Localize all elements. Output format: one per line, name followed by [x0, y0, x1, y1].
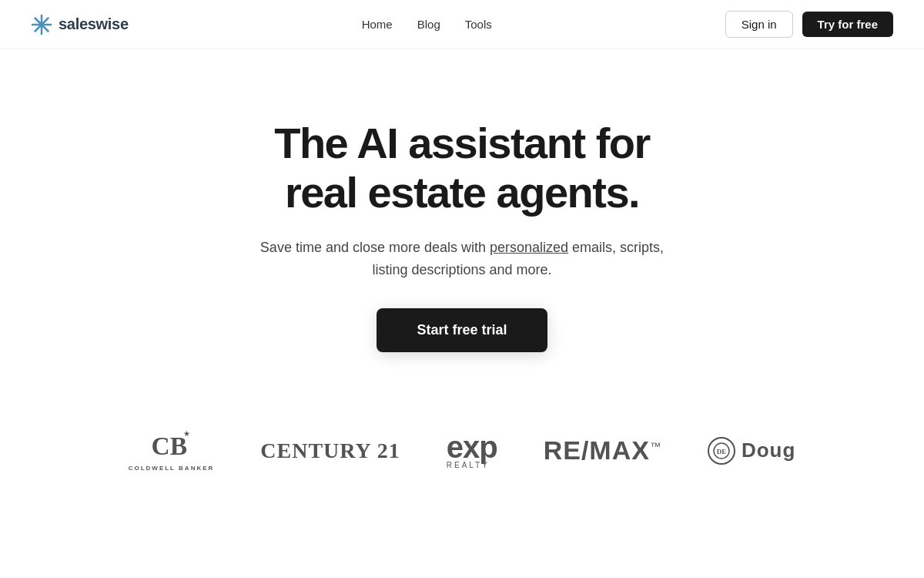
nav-actions: Sign in Try for free — [725, 11, 893, 38]
try-for-free-button[interactable]: Try for free — [802, 12, 893, 37]
hero-subtitle: Save time and close more deals with pers… — [246, 237, 678, 281]
doug-icon-inner: DE — [712, 435, 731, 466]
nav-blog[interactable]: Blog — [417, 18, 440, 31]
subtitle-underline: personalized — [490, 240, 568, 255]
logo-exp-realty: exp REALTY — [447, 432, 497, 469]
logo-text: saleswise — [59, 15, 129, 33]
hero-section: The AI assistant for real estate agents.… — [0, 49, 924, 398]
century21-label: CENTURY 21 — [260, 439, 400, 463]
logo-century21: CENTURY 21 — [260, 439, 400, 463]
logo-remax: RE/MAX™ — [544, 435, 661, 465]
nav-links: Home Blog Tools — [362, 18, 492, 31]
logo[interactable]: saleswise — [31, 14, 129, 35]
svg-text:CB: CB — [152, 432, 187, 460]
coldwell-banker-label: COLDWELL BANKER — [129, 465, 215, 472]
subtitle-prefix: Save time and close more deals with — [260, 240, 490, 255]
exp-sub-label: REALTY — [447, 461, 490, 469]
coldwell-banker-icon: CB ★ — [140, 429, 202, 460]
start-trial-button[interactable]: Start free trial — [377, 308, 547, 352]
exp-main-label: exp — [447, 432, 497, 462]
logo-icon — [31, 14, 52, 35]
navbar: saleswise Home Blog Tools Sign in Try fo… — [0, 0, 924, 49]
svg-point-4 — [40, 22, 44, 26]
doug-text-label: Doug — [742, 439, 795, 462]
signin-button[interactable]: Sign in — [725, 11, 793, 38]
remax-label: RE/MAX™ — [544, 435, 661, 465]
hero-title: The AI assistant for real estate agents. — [274, 119, 650, 218]
logos-section: CB ★ COLDWELL BANKER CENTURY 21 exp REAL… — [0, 398, 924, 518]
logo-coldwell-banker: CB ★ COLDWELL BANKER — [129, 429, 215, 472]
nav-tools[interactable]: Tools — [465, 18, 492, 31]
hero-title-line2: real estate agents. — [285, 168, 639, 217]
logo-doug-elliman: DE Doug — [708, 437, 795, 465]
hero-title-line1: The AI assistant for — [274, 119, 650, 167]
svg-text:★: ★ — [183, 429, 190, 438]
nav-home[interactable]: Home — [362, 18, 393, 31]
doug-circle-icon: DE — [708, 437, 735, 465]
svg-text:DE: DE — [717, 448, 727, 455]
